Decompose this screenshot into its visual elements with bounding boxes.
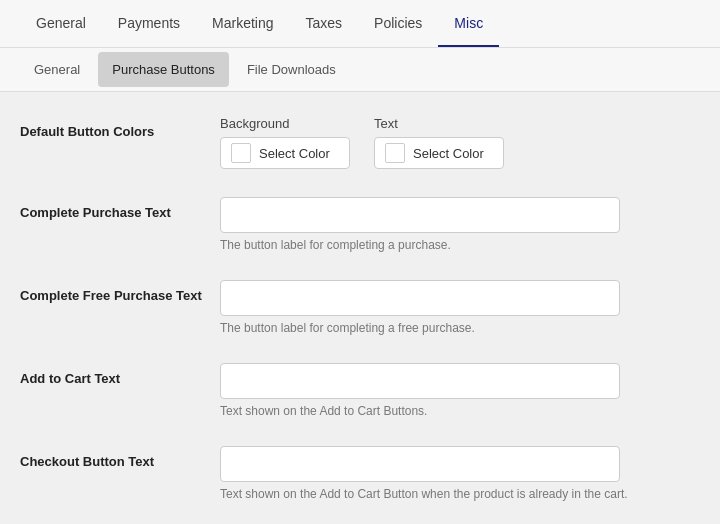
input-checkout-button-text[interactable] bbox=[220, 446, 620, 482]
select-color-text-button[interactable]: Select Color bbox=[374, 137, 504, 169]
select-color-background-label: Select Color bbox=[259, 146, 330, 161]
content-add-to-cart-text: Text shown on the Add to Cart Buttons. bbox=[220, 363, 700, 418]
top-nav: General Payments Marketing Taxes Policie… bbox=[0, 0, 720, 48]
hint-complete-free-purchase-text: The button label for completing a free p… bbox=[220, 321, 700, 335]
color-field-text: Text Select Color bbox=[374, 116, 504, 169]
content-checkout-button-text: Text shown on the Add to Cart Button whe… bbox=[220, 446, 700, 501]
nav-item-general[interactable]: General bbox=[20, 1, 102, 47]
hint-add-to-cart-text: Text shown on the Add to Cart Buttons. bbox=[220, 404, 700, 418]
section-complete-purchase-text: Complete Purchase Text The button label … bbox=[20, 197, 700, 252]
sub-tab-file-downloads[interactable]: File Downloads bbox=[233, 52, 350, 87]
section-add-to-cart-text: Add to Cart Text Text shown on the Add t… bbox=[20, 363, 700, 418]
color-group: Background Select Color Text Select Colo… bbox=[220, 116, 700, 169]
section-content-default-button-colors: Background Select Color Text Select Colo… bbox=[220, 116, 700, 169]
label-add-to-cart-text: Add to Cart Text bbox=[20, 363, 220, 386]
nav-item-taxes[interactable]: Taxes bbox=[290, 1, 359, 47]
main-content: Default Button Colors Background Select … bbox=[0, 92, 720, 524]
nav-item-policies[interactable]: Policies bbox=[358, 1, 438, 47]
label-complete-free-purchase-text: Complete Free Purchase Text bbox=[20, 280, 220, 303]
label-checkout-button-text: Checkout Button Text bbox=[20, 446, 220, 469]
hint-checkout-button-text: Text shown on the Add to Cart Button whe… bbox=[220, 487, 700, 501]
color-swatch-background bbox=[231, 143, 251, 163]
color-field-label-text: Text bbox=[374, 116, 504, 131]
section-checkout-button-text: Checkout Button Text Text shown on the A… bbox=[20, 446, 700, 501]
hint-complete-purchase-text: The button label for completing a purcha… bbox=[220, 238, 700, 252]
nav-item-marketing[interactable]: Marketing bbox=[196, 1, 289, 47]
section-label-default-button-colors: Default Button Colors bbox=[20, 116, 220, 139]
color-swatch-text bbox=[385, 143, 405, 163]
select-color-text-label: Select Color bbox=[413, 146, 484, 161]
nav-item-payments[interactable]: Payments bbox=[102, 1, 196, 47]
sub-tabs: General Purchase Buttons File Downloads bbox=[0, 48, 720, 92]
input-add-to-cart-text[interactable] bbox=[220, 363, 620, 399]
sub-tab-purchase-buttons[interactable]: Purchase Buttons bbox=[98, 52, 229, 87]
content-complete-free-purchase-text: The button label for completing a free p… bbox=[220, 280, 700, 335]
section-complete-free-purchase-text: Complete Free Purchase Text The button l… bbox=[20, 280, 700, 335]
label-complete-purchase-text: Complete Purchase Text bbox=[20, 197, 220, 220]
input-complete-purchase-text[interactable] bbox=[220, 197, 620, 233]
color-field-background: Background Select Color bbox=[220, 116, 350, 169]
select-color-background-button[interactable]: Select Color bbox=[220, 137, 350, 169]
sub-tab-general[interactable]: General bbox=[20, 52, 94, 87]
content-complete-purchase-text: The button label for completing a purcha… bbox=[220, 197, 700, 252]
color-field-label-background: Background bbox=[220, 116, 350, 131]
nav-item-misc[interactable]: Misc bbox=[438, 1, 499, 47]
input-complete-free-purchase-text[interactable] bbox=[220, 280, 620, 316]
section-default-button-colors: Default Button Colors Background Select … bbox=[20, 116, 700, 169]
